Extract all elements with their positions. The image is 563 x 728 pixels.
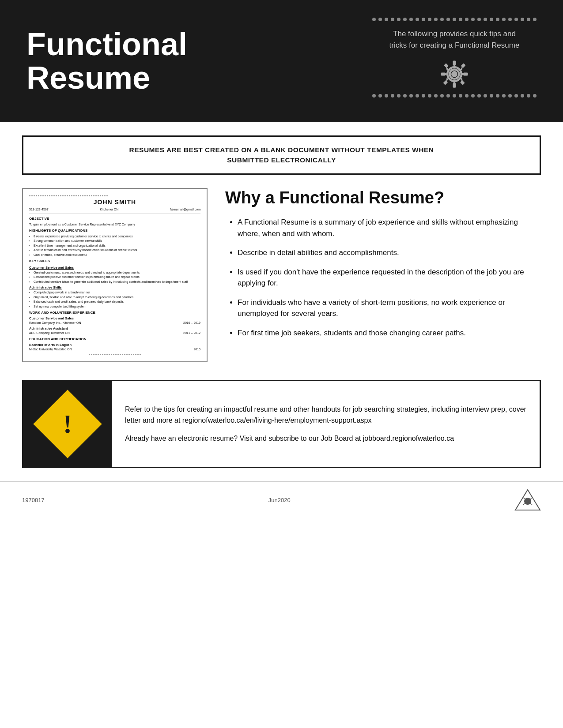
list-item: Is used if you don't have the experience… [238, 266, 541, 289]
list-item: Organized, flexible and able to adapt to… [34, 295, 200, 299]
gear-icon [439, 59, 470, 90]
resume-objective-text: To gain employment as a Customer Service… [29, 222, 200, 226]
footer: 1970817 Jun2020 [0, 481, 563, 518]
banner-text: RESUMES ARE BEST CREATED ON A BLANK DOCU… [37, 145, 526, 165]
resume-objective-title: OBJECTIVE [29, 217, 200, 221]
work-title-2: Administrative Assistant [29, 326, 200, 331]
dots-bottom [372, 94, 537, 98]
preview-dots-top [29, 195, 200, 196]
svg-rect-9 [461, 63, 466, 68]
svg-rect-8 [460, 80, 465, 85]
resume-admin-title: Administrative Skills [29, 285, 200, 290]
list-item: Balanced cash and credit sales, and prep… [34, 300, 200, 304]
list-item: Set up new computerized filing system [34, 304, 200, 308]
resume-admin-list: Completed paperwork in a timely manner O… [29, 290, 200, 308]
svg-point-2 [451, 71, 457, 77]
list-item: For individuals who have a variety of sh… [238, 297, 541, 319]
why-title: Why a Functional Resume? [225, 188, 541, 208]
list-item: Able to remain calm and effectively hand… [34, 248, 200, 252]
resume-highlights-list: 8 years' experience providing customer s… [29, 234, 200, 257]
warning-icon-box: ! [23, 381, 112, 467]
warning-para-2: Already have an electronic resume? Visit… [125, 433, 526, 444]
list-item: Describe in detail abilities and accompl… [238, 247, 541, 259]
dots-top [372, 18, 537, 21]
list-item: Greeted customers, assessed needs and di… [34, 270, 200, 274]
why-list: A Functional Resume is a summary of job … [225, 217, 541, 338]
svg-rect-7 [444, 63, 449, 68]
warning-diamond: ! [33, 390, 102, 459]
header-tagline: The following provides quick tips and tr… [389, 28, 520, 51]
footer-code: 1970817 [22, 497, 45, 503]
resume-preview: JOHN SMITH 519-123-4567 Kitchener ON fak… [22, 188, 208, 363]
resume-key-skills-title: KEY SKILLS [29, 259, 200, 264]
resume-contact: 519-123-4567 Kitchener ON fakeemail@gmai… [29, 207, 200, 214]
list-item: 8 years' experience providing customer s… [34, 234, 200, 238]
list-item: For first time job seekers, students and… [238, 327, 541, 339]
resume-cs-list: Greeted customers, assessed needs and di… [29, 270, 200, 284]
preview-dots-bottom [29, 354, 200, 355]
banner: RESUMES ARE BEST CREATED ON A BLANK DOCU… [22, 135, 541, 175]
resume-cs-title: Customer Service and Sales [29, 266, 200, 270]
list-item: Established positive customer relationsh… [34, 275, 200, 279]
footer-date: Jun2020 [268, 497, 291, 503]
list-item: A Functional Resume is a summary of job … [238, 217, 541, 239]
svg-rect-5 [441, 73, 446, 76]
edu-degree-1: Bachelor of Arts in English [29, 343, 200, 347]
page-title: Functional Resume [26, 28, 187, 94]
list-item: Strong communication and customer servic… [34, 239, 200, 243]
main-content: JOHN SMITH 519-123-4567 Kitchener ON fak… [22, 188, 541, 363]
svg-rect-10 [443, 80, 448, 85]
work-item-1: Customer Service and Sales Random Compan… [29, 316, 200, 325]
gear-icon-container [439, 59, 470, 90]
list-item: Completed paperwork in a timely manner [34, 290, 200, 294]
list-item: Excellent time management and organizati… [34, 244, 200, 248]
resume-highlights-title: HIGHLIGHTS OF QUALIFICATIONS [29, 229, 200, 233]
svg-rect-3 [453, 60, 456, 65]
resume-name: JOHN SMITH [29, 198, 200, 206]
svg-rect-4 [453, 83, 456, 88]
warning-section: ! Refer to the tips for creating an impa… [22, 380, 541, 468]
header: Functional Resume The following provides… [0, 0, 563, 122]
list-item: Contributed creative ideas to generate a… [34, 280, 200, 284]
warning-text-box: Refer to the tips for creating an impact… [112, 381, 540, 467]
list-item: Goal oriented, creative and resourceful [34, 253, 200, 257]
edu-row-1: Midtac University, Waterloo ON 2010 [29, 347, 200, 351]
work-title-1: Customer Service and Sales [29, 316, 200, 321]
header-right: The following provides quick tips and tr… [372, 18, 537, 105]
why-section: Why a Functional Resume? A Functional Re… [221, 188, 541, 347]
svg-rect-6 [463, 73, 468, 76]
work-row-2: ABC Company, Kitchener ON 2011 – 2012 [29, 331, 200, 335]
work-row-1: Random Company Inc., Kitchener ON 2016 –… [29, 321, 200, 325]
footer-logo [514, 489, 541, 511]
edu-item-1: Bachelor of Arts in English Midtac Unive… [29, 343, 200, 352]
exclamation-icon: ! [63, 411, 72, 437]
work-item-2: Administrative Assistant ABC Company, Ki… [29, 326, 200, 335]
resume-edu-title: EDUCATION AND CERTIFICATION [29, 337, 200, 342]
resume-work-title: WORK AND VOLUNTEER EXPERIENCE [29, 311, 200, 315]
warning-para-1: Refer to the tips for creating an impact… [125, 404, 526, 426]
